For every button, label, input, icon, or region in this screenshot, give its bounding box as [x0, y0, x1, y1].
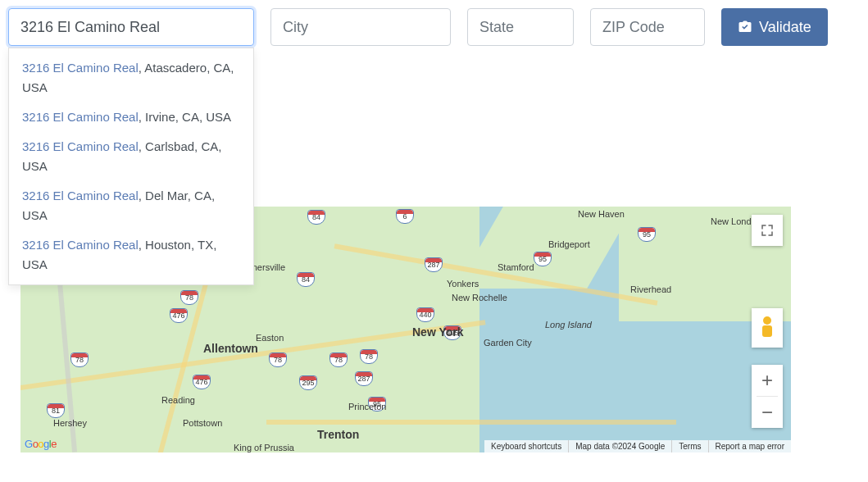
autocomplete-rest: , Irvine, CA, USA [139, 110, 231, 124]
autocomplete-match: 3216 El Camino Real [22, 238, 139, 252]
check-icon [738, 20, 752, 34]
city-label: Easton [256, 333, 284, 343]
address-form-row: 3216 El Camino Real, Atascadero, CA, USA… [8, 8, 860, 46]
map-road [266, 420, 676, 425]
city-label: Riverhead [630, 284, 671, 294]
state-input[interactable] [467, 8, 574, 46]
route-shield: 78 [70, 352, 89, 367]
report-link[interactable]: Report a map error [709, 440, 791, 452]
city-label: Pottstown [183, 418, 222, 428]
route-shield: 95 [534, 252, 552, 266]
keyboard-shortcuts-link[interactable]: Keyboard shortcuts [484, 440, 569, 452]
zip-input[interactable] [590, 8, 705, 46]
autocomplete-item[interactable]: 3216 El Camino Real, Atascadero, CA, USA [9, 53, 253, 102]
fullscreen-button[interactable] [752, 215, 783, 246]
map-terrain [456, 207, 634, 289]
autocomplete-match: 3216 El Camino Real [22, 61, 139, 75]
city-label: New Haven [578, 209, 625, 219]
city-label: Garden City [484, 338, 532, 348]
city-label: Princeton [348, 402, 386, 412]
city-label: New Rochelle [452, 293, 507, 302]
pegman-button[interactable] [752, 308, 783, 348]
route-shield: 78 [360, 349, 378, 364]
route-shield: 295 [299, 375, 317, 390]
city-label: Stamford [498, 262, 534, 272]
route-shield: 287 [355, 371, 373, 386]
city-label: Allentown [203, 342, 258, 355]
zoom-controls: + − [752, 365, 783, 428]
address-field-wrap: 3216 El Camino Real, Atascadero, CA, USA… [8, 8, 254, 46]
autocomplete-dropdown: 3216 El Camino Real, Atascadero, CA, USA… [8, 48, 254, 285]
autocomplete-match: 3216 El Camino Real [22, 139, 139, 153]
fullscreen-icon [760, 223, 775, 238]
route-shield: 95 [638, 227, 656, 242]
autocomplete-item[interactable]: 3216 El Camino Real, Del Mar, CA, USA [9, 181, 253, 230]
autocomplete-item[interactable]: 3216 El Camino Real, Carlsbad, CA, USA [9, 132, 253, 181]
route-shield: 476 [193, 375, 211, 389]
city-label: King of Prussia [234, 443, 294, 452]
route-shield: 78 [269, 352, 287, 367]
city-label: Bridgeport [548, 239, 590, 249]
route-shield: 78 [180, 290, 198, 305]
map-data-text: Map data ©2024 Google [569, 440, 672, 452]
route-shield: 287 [425, 257, 443, 272]
address-input[interactable] [8, 8, 254, 46]
city-label: Yonkers [447, 279, 479, 289]
city-label: New York [412, 325, 464, 339]
city-label: Trenton [317, 428, 359, 441]
autocomplete-match: 3216 El Camino Real [22, 110, 139, 124]
route-shield: 476 [170, 308, 188, 323]
city-input[interactable] [270, 8, 451, 46]
zoom-out-button[interactable]: − [752, 397, 783, 428]
terms-link[interactable]: Terms [672, 440, 708, 452]
validate-button[interactable]: Validate [721, 8, 828, 46]
map-attribution: Keyboard shortcuts Map data ©2024 Google… [484, 440, 791, 452]
city-label: Long Island [545, 320, 592, 330]
pegman-icon [761, 316, 773, 339]
route-shield: 440 [416, 307, 434, 322]
autocomplete-item[interactable]: 3216 El Camino Real, Irvine, CA, USA [9, 102, 253, 132]
zoom-in-button[interactable]: + [752, 365, 783, 396]
route-shield: 84 [307, 210, 325, 225]
google-logo: Google [25, 438, 57, 450]
route-shield: 6 [396, 209, 414, 224]
route-shield: 81 [47, 403, 65, 418]
autocomplete-item[interactable]: 3216 El Camino Real, Houston, TX, USA [9, 230, 253, 280]
route-shield: 78 [329, 352, 348, 367]
route-shield: 84 [297, 272, 315, 287]
autocomplete-match: 3216 El Camino Real [22, 189, 139, 202]
validate-label: Validate [759, 19, 811, 36]
city-label: Hershey [53, 418, 87, 428]
city-label: Reading [161, 395, 195, 405]
